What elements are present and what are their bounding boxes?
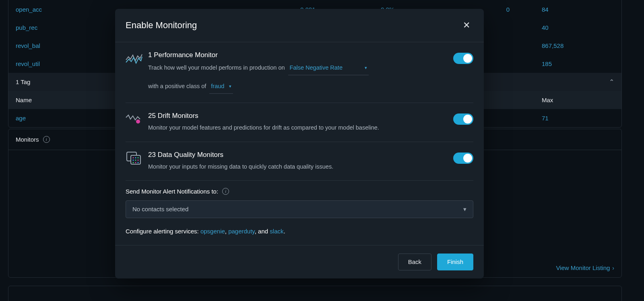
svg-point-6 [133, 159, 134, 161]
svg-point-5 [138, 157, 139, 158]
chevron-down-icon: ▾ [463, 206, 466, 213]
performance-title: 1 Performance Monitor [148, 51, 441, 59]
contacts-select[interactable]: No contacts selected ▾ [126, 200, 473, 218]
modal-footer: Back Finish [115, 245, 484, 278]
dq-title: 23 Data Quality Monitors [148, 151, 441, 159]
metric-value: False Negative Rate [290, 63, 343, 72]
perf-desc-2: with a positive class of [148, 83, 206, 89]
finish-button[interactable]: Finish [437, 254, 473, 270]
svg-point-0 [136, 120, 140, 124]
performance-monitor-section: 1 Performance Monitor Track how well you… [126, 42, 473, 103]
dq-desc: Monitor your inputs for missing data to … [148, 162, 441, 171]
svg-point-9 [133, 162, 134, 163]
data-quality-icon [126, 151, 142, 165]
posclass-value: fraud [211, 82, 224, 91]
modal-title: Enable Monitoring [126, 20, 197, 31]
svg-point-10 [135, 162, 136, 163]
chevron-down-icon: ▾ [365, 64, 367, 72]
modal-header: Enable Monitoring ✕ [115, 9, 484, 42]
perf-desc-1: Track how well your model performs in pr… [148, 64, 285, 71]
drift-desc: Monitor your model features and predicti… [148, 123, 441, 132]
pagerduty-link[interactable]: pagerduty [228, 228, 255, 235]
enable-monitoring-modal: Enable Monitoring ✕ 1 Performance Monito… [115, 9, 484, 278]
close-button[interactable]: ✕ [460, 19, 473, 32]
positive-class-select[interactable]: fraud ▾ [209, 81, 233, 94]
svg-point-8 [138, 159, 139, 161]
configure-alerting-line: Configure alerting services: opsgenie, p… [126, 228, 473, 235]
cfg-prefix: Configure alerting services: [126, 228, 200, 235]
modal-overlay: Enable Monitoring ✕ 1 Performance Monito… [0, 0, 644, 301]
svg-point-7 [135, 159, 136, 161]
drift-icon [126, 112, 142, 126]
info-icon[interactable]: i [222, 188, 229, 195]
drift-title: 25 Drift Monitors [148, 112, 441, 120]
opsgenie-link[interactable]: opsgenie [200, 228, 225, 235]
drift-monitors-section: 25 Drift Monitors Monitor your model fea… [126, 103, 473, 141]
svg-point-4 [135, 157, 136, 158]
drift-toggle[interactable] [453, 113, 473, 125]
data-quality-section: 23 Data Quality Monitors Monitor your in… [126, 142, 473, 180]
alert-notifications-block: Send Monitor Alert Notifications to: i N… [115, 181, 484, 243]
performance-icon [126, 51, 142, 66]
alert-label: Send Monitor Alert Notifications to: [126, 188, 218, 195]
back-button[interactable]: Back [398, 254, 431, 270]
performance-toggle[interactable] [453, 53, 473, 64]
chevron-down-icon: ▾ [229, 83, 231, 90]
contacts-placeholder: No contacts selected [132, 206, 188, 212]
svg-point-3 [133, 157, 134, 158]
svg-point-11 [138, 162, 139, 163]
performance-metric-select[interactable]: False Negative Rate ▾ [288, 62, 369, 75]
data-quality-toggle[interactable] [453, 153, 473, 164]
close-icon: ✕ [463, 20, 470, 30]
slack-link[interactable]: slack [270, 228, 283, 235]
